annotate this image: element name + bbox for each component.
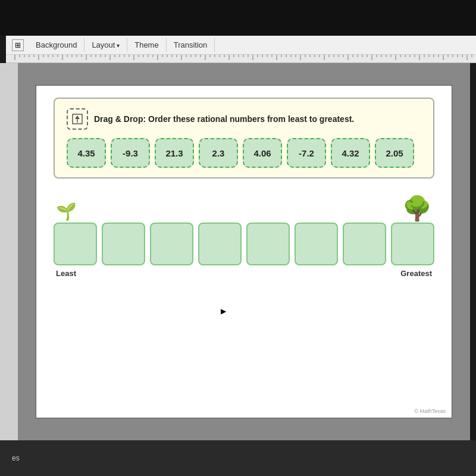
number-tile[interactable]: 2.05 xyxy=(375,138,414,168)
instruction-text: Order these rational numbers from least … xyxy=(146,114,354,124)
svg-marker-100 xyxy=(75,115,80,119)
bottom-label: es xyxy=(12,454,20,462)
answer-box[interactable] xyxy=(150,223,193,265)
question-header: Drag & Drop: Order these rational number… xyxy=(67,108,421,130)
toolbar-theme[interactable]: Theme xyxy=(127,38,166,52)
toolbar: ⊞ Background Layout Theme Transition xyxy=(6,36,476,55)
answer-box[interactable] xyxy=(295,223,338,265)
bottom-bar: es xyxy=(0,440,476,476)
ruler: // inline SVG ticks rendered via JS belo… xyxy=(6,55,476,63)
instruction-bold: Drag & Drop: xyxy=(94,114,146,124)
toolbar-background[interactable]: Background xyxy=(29,38,84,52)
drag-drop-icon xyxy=(67,108,88,130)
label-least: Least xyxy=(56,269,76,278)
number-tile[interactable]: -9.3 xyxy=(111,138,150,168)
answer-area: 🌱 🌳 Least Greatest xyxy=(54,196,434,278)
toolbar-transition[interactable]: Transition xyxy=(167,38,215,52)
ruler-marks: // inline SVG ticks rendered via JS belo… xyxy=(6,55,476,62)
label-greatest: Greatest xyxy=(400,269,432,278)
answer-labels-row: Least Greatest xyxy=(54,269,434,278)
question-card: Drag & Drop: Order these rational number… xyxy=(54,98,434,178)
answer-box[interactable] xyxy=(54,223,97,265)
number-tile[interactable]: 4.06 xyxy=(243,138,282,168)
copyright-text: © MathTexas xyxy=(414,408,446,414)
answer-box[interactable] xyxy=(198,223,242,265)
question-text: Drag & Drop: Order these rational number… xyxy=(94,114,354,124)
number-tiles-container: 4.35-9.321.32.34.06-7.24.322.05 xyxy=(67,138,421,168)
answer-box[interactable] xyxy=(343,223,386,265)
number-tile[interactable]: 2.3 xyxy=(199,138,238,168)
table-icon[interactable]: ⊞ xyxy=(12,39,24,51)
left-sidebar xyxy=(0,63,18,440)
number-tile[interactable]: -7.2 xyxy=(287,138,326,168)
number-tile[interactable]: 4.32 xyxy=(331,138,370,168)
answer-box[interactable] xyxy=(246,223,290,265)
number-tile[interactable]: 4.35 xyxy=(67,138,106,168)
top-black-bar xyxy=(0,0,476,36)
answer-boxes-row[interactable] xyxy=(54,223,434,265)
answer-icons-row: 🌱 🌳 xyxy=(54,196,434,220)
toolbar-layout[interactable]: Layout xyxy=(84,38,127,52)
tree-icon: 🌳 xyxy=(402,196,432,220)
answer-box[interactable] xyxy=(391,223,434,265)
slide: Drag & Drop: Order these rational number… xyxy=(36,85,452,418)
sprout-icon: 🌱 xyxy=(56,203,77,220)
slide-container: Drag & Drop: Order these rational number… xyxy=(18,63,470,440)
answer-box[interactable] xyxy=(102,223,145,265)
number-tile[interactable]: 21.3 xyxy=(155,138,194,168)
cursor-indicator: ▶ xyxy=(221,307,228,317)
